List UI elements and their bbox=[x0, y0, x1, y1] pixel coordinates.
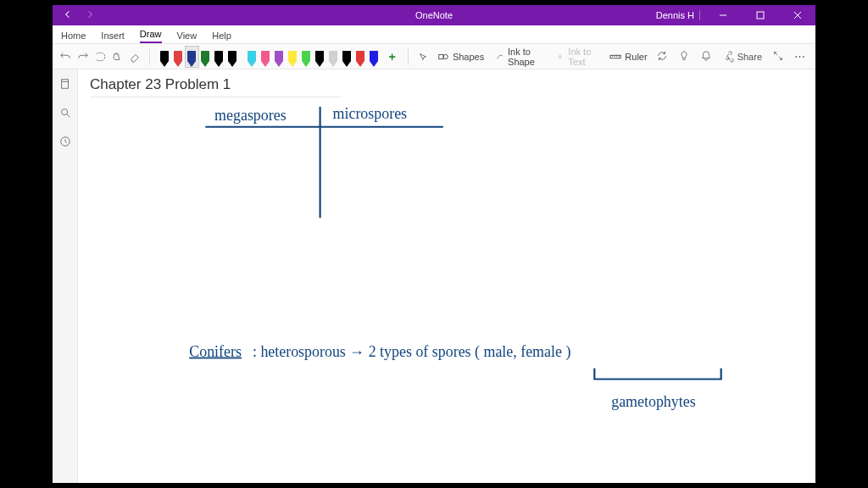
more-icon[interactable]: ⋯ bbox=[794, 50, 805, 63]
menubar: Home Insert Draw View Help bbox=[53, 25, 815, 44]
sidebar bbox=[53, 69, 78, 483]
highlighter-tool[interactable] bbox=[259, 47, 272, 67]
separator bbox=[408, 48, 409, 65]
ink-selection-icon[interactable] bbox=[417, 48, 429, 65]
fullscreen-icon[interactable] bbox=[772, 50, 784, 64]
svg-point-3 bbox=[443, 54, 448, 58]
tab-draw[interactable]: Draw bbox=[140, 29, 162, 43]
minimize-button[interactable] bbox=[709, 5, 737, 25]
highlighter-tool[interactable] bbox=[246, 47, 259, 67]
search-icon[interactable] bbox=[59, 107, 71, 122]
ink-to-shape-label: Ink to Shape bbox=[508, 47, 544, 67]
ruler-label: Ruler bbox=[625, 52, 647, 62]
shapes-label: Shapes bbox=[453, 52, 484, 62]
undo-icon[interactable] bbox=[59, 48, 71, 65]
svg-point-7 bbox=[61, 109, 67, 115]
ink-to-text-label: Ink to Text bbox=[568, 47, 598, 67]
highlighter-tool[interactable] bbox=[368, 47, 381, 67]
highlighter-tool[interactable] bbox=[341, 47, 353, 67]
maximize-button[interactable] bbox=[746, 5, 775, 25]
pen-tool[interactable] bbox=[186, 47, 198, 67]
ruler-button[interactable]: Ruler bbox=[606, 51, 650, 63]
panning-hand-icon[interactable] bbox=[111, 48, 123, 65]
svg-rect-1 bbox=[757, 12, 764, 19]
ink-to-text-button: Ink to Text bbox=[554, 47, 602, 67]
ink-to-shape-button[interactable]: Ink to Shape bbox=[492, 47, 548, 67]
share-label: Share bbox=[737, 52, 762, 62]
user-name[interactable]: Dennis H bbox=[656, 10, 700, 20]
pen-tool[interactable] bbox=[172, 47, 185, 67]
redo-icon[interactable] bbox=[76, 48, 88, 65]
ink-text: megaspores bbox=[214, 107, 287, 124]
titlebar: OneNote Dennis H bbox=[53, 5, 815, 25]
ink-text: : heterosporous → 2 types of spores ( ma… bbox=[253, 343, 570, 361]
page-canvas[interactable]: Chapter 23 Problem 1 megaspores microspo… bbox=[78, 69, 815, 483]
highlighter-tool[interactable] bbox=[354, 47, 367, 67]
notebooks-icon[interactable] bbox=[59, 78, 71, 93]
svg-rect-2 bbox=[439, 54, 443, 58]
tab-home[interactable]: Home bbox=[61, 30, 86, 43]
ink-layer: megaspores microspores Conifers : hetero… bbox=[78, 69, 815, 483]
add-pen-button[interactable]: + bbox=[386, 50, 399, 64]
eraser-icon[interactable] bbox=[129, 48, 141, 65]
ink-text: gametophytes bbox=[611, 393, 695, 410]
separator bbox=[149, 48, 150, 65]
share-button[interactable]: Share bbox=[722, 51, 762, 63]
pen-tool[interactable] bbox=[159, 47, 171, 67]
svg-line-8 bbox=[66, 114, 70, 118]
tab-help[interactable]: Help bbox=[212, 30, 231, 43]
svg-rect-5 bbox=[61, 80, 68, 89]
pen-tool[interactable] bbox=[226, 47, 239, 67]
tab-insert[interactable]: Insert bbox=[101, 30, 125, 43]
highlighter-tool[interactable] bbox=[327, 47, 340, 67]
lasso-select-icon[interactable] bbox=[94, 48, 106, 65]
pen-tool[interactable] bbox=[213, 47, 225, 67]
lightbulb-icon[interactable] bbox=[678, 50, 690, 64]
close-button[interactable] bbox=[783, 5, 812, 25]
sync-icon[interactable] bbox=[656, 50, 668, 64]
app-title: OneNote bbox=[415, 10, 453, 20]
shapes-button[interactable]: Shapes bbox=[434, 51, 487, 63]
ink-text: Conifers bbox=[189, 343, 242, 360]
recent-icon[interactable] bbox=[59, 136, 71, 151]
highlighter-tool[interactable] bbox=[273, 47, 286, 67]
pen-gallery bbox=[159, 47, 381, 67]
highlighter-tool[interactable] bbox=[300, 47, 313, 67]
highlighter-tool[interactable] bbox=[287, 47, 299, 67]
back-icon[interactable] bbox=[63, 9, 73, 21]
onenote-window: OneNote Dennis H Home Insert Draw View H… bbox=[53, 5, 815, 483]
pen-tool[interactable] bbox=[199, 47, 212, 67]
highlighter-tool[interactable] bbox=[314, 47, 326, 67]
ink-text: microspores bbox=[333, 105, 408, 122]
tab-view[interactable]: View bbox=[177, 30, 198, 43]
forward-icon[interactable] bbox=[85, 9, 95, 21]
draw-toolbar: + Shapes Ink to Shape Ink to Text Ruler … bbox=[53, 44, 815, 69]
notification-icon[interactable] bbox=[700, 50, 712, 64]
